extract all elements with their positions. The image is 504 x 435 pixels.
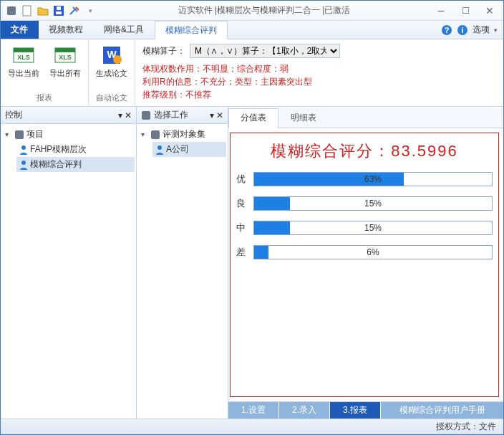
config-warning-3: 推荐级别：不推荐: [142, 88, 496, 101]
close-button[interactable]: ✕: [480, 4, 499, 18]
options-button[interactable]: 选项: [472, 24, 490, 36]
tab-file[interactable]: 文件: [1, 21, 39, 39]
info-icon[interactable]: i: [457, 24, 468, 36]
result-panel: 分值表 明细表 模糊综合评分：83.5996 优63%良15%中15%差6% 1…: [228, 107, 503, 419]
bar-row: 差6%: [236, 245, 493, 259]
ribbon-config: 模糊算子： M（∧，∨）算子：【1取小，2取大】 体现权数作用：不明显；综合程度…: [135, 39, 503, 106]
svg-rect-1: [23, 6, 31, 16]
panel-close-icon[interactable]: ▾ ✕: [118, 110, 132, 120]
status-bar: 授权方式：文件: [1, 419, 503, 434]
tab-score[interactable]: 分值表: [228, 108, 278, 128]
twisty-icon[interactable]: ▾: [5, 130, 12, 138]
btab-report[interactable]: 3.报表: [330, 402, 381, 419]
save-icon[interactable]: [52, 4, 65, 17]
bar-row: 良15%: [236, 196, 493, 211]
tab-network[interactable]: 网络&工具: [94, 21, 155, 39]
maximize-button[interactable]: ☐: [456, 4, 475, 18]
btab-settings[interactable]: 1.设置: [228, 402, 279, 419]
quick-launch: ▾: [5, 4, 97, 17]
tabs-right: ? i 选项 ▾: [441, 21, 503, 39]
tab-fuzzy[interactable]: 模糊综合评判: [155, 21, 228, 39]
xls-icon: XLS: [11, 42, 37, 68]
bottom-tabs: 1.设置 2.录入 3.报表 模糊综合评判用户手册: [228, 401, 503, 419]
ribbon-group-label: 报表: [37, 91, 52, 105]
select-work-panel: 选择工作 ▾ ✕ ▾ 评测对象集 A公司: [137, 107, 228, 419]
tree-root[interactable]: ▾ 项目: [2, 127, 135, 142]
bar-percent: 15%: [254, 197, 492, 210]
panel-close-icon[interactable]: ▾ ✕: [210, 110, 223, 120]
score-box: 模糊综合评分：83.5996 优63%良15%中15%差6%: [230, 133, 499, 397]
operator-select[interactable]: M（∧，∨）算子：【1取小，2取大】: [190, 44, 340, 58]
svg-text:XLS: XLS: [17, 54, 30, 61]
panel-title: 控制: [5, 109, 22, 121]
person-icon: [19, 145, 28, 155]
bar-percent: 15%: [254, 221, 492, 234]
svg-rect-13: [55, 48, 75, 52]
tree-item-fahp[interactable]: FAHP模糊层次: [16, 142, 135, 157]
bar-row: 优63%: [236, 172, 493, 186]
ribbon-group-paper: W 生成论文 自动论文: [89, 39, 135, 106]
bar: 63%: [253, 172, 493, 186]
open-icon[interactable]: [37, 4, 49, 17]
bar-percent: 63%: [254, 173, 492, 186]
ql-sep: ▾: [84, 4, 97, 17]
score-title: 模糊综合评分：83.5996: [236, 140, 493, 162]
svg-text:XLS: XLS: [59, 54, 72, 61]
options-arrow-icon: ▾: [494, 27, 498, 34]
btab-manual[interactable]: 模糊综合评判用户手册: [381, 402, 503, 419]
tab-video[interactable]: 视频教程: [39, 21, 94, 39]
ribbon: XLS 导出当前 XLS 导出所有 报表 W 生成论文 自动论文 模糊算子： M…: [1, 39, 503, 107]
svg-point-17: [113, 55, 122, 64]
tab-detail[interactable]: 明细表: [278, 108, 329, 128]
twisty-icon[interactable]: ▾: [141, 130, 148, 138]
bar: 15%: [253, 221, 493, 235]
svg-rect-22: [151, 130, 160, 139]
bar-label: 差: [236, 246, 253, 259]
ribbon-tabs: 文件 视频教程 网络&工具 模糊综合评判 ? i 选项 ▾: [1, 21, 503, 39]
bar-percent: 6%: [254, 246, 492, 259]
svg-rect-3: [56, 11, 62, 14]
window-title: 迈实软件 |模糊层次与模糊评判二合一 |已激活: [97, 4, 432, 16]
title-bar: ▾ 迈实软件 |模糊层次与模糊评判二合一 |已激活 – ☐ ✕: [1, 1, 503, 21]
generate-paper-button[interactable]: W 生成论文: [93, 42, 130, 91]
body: 控制 ▾ ✕ ▾ 项目 FAHP模糊层次 模糊综合评判: [1, 107, 503, 419]
operator-label: 模糊算子：: [142, 45, 185, 57]
help-icon[interactable]: ?: [441, 24, 452, 36]
person-icon: [19, 160, 28, 170]
svg-point-20: [21, 161, 26, 165]
bar-row: 中15%: [236, 221, 493, 235]
minimize-button[interactable]: –: [432, 4, 450, 18]
svg-rect-0: [7, 6, 16, 15]
work-tree: ▾ 评测对象集 A公司: [137, 124, 228, 419]
panel-title: 选择工作: [154, 109, 188, 121]
svg-rect-10: [14, 48, 34, 52]
word-icon: W: [99, 42, 125, 68]
bar-label: 良: [236, 197, 253, 210]
tree-item-fuzzy[interactable]: 模糊综合评判: [16, 157, 135, 172]
tree-root[interactable]: ▾ 评测对象集: [138, 127, 226, 142]
result-tabs: 分值表 明细表: [228, 108, 503, 128]
cube-icon: [150, 130, 160, 140]
bar-label: 中: [236, 221, 253, 234]
window-controls: – ☐ ✕: [432, 4, 499, 18]
tools-icon[interactable]: [68, 4, 81, 17]
btab-input[interactable]: 2.录入: [279, 402, 330, 419]
status-text: 授权方式：文件: [436, 421, 496, 433]
svg-rect-4: [57, 6, 61, 10]
new-icon[interactable]: [21, 4, 34, 17]
export-current-button[interactable]: XLS 导出当前: [5, 42, 42, 91]
control-panel: 控制 ▾ ✕ ▾ 项目 FAHP模糊层次 模糊综合评判: [1, 107, 137, 419]
svg-text:?: ?: [445, 26, 450, 34]
bar: 6%: [253, 245, 493, 259]
svg-rect-21: [142, 111, 150, 120]
panel-header: 控制 ▾ ✕: [1, 107, 136, 124]
cube-icon: [141, 110, 151, 120]
app-icon: [5, 4, 18, 17]
config-warning-2: 利用R的信息：不充分；类型：主因素突出型: [142, 75, 496, 88]
svg-point-19: [21, 145, 26, 150]
ribbon-group-report: XLS 导出当前 XLS 导出所有 报表: [1, 39, 89, 106]
tree-item-company[interactable]: A公司: [152, 142, 226, 157]
export-all-button[interactable]: XLS 导出所有: [47, 42, 84, 91]
bar: 15%: [253, 196, 493, 211]
svg-point-23: [158, 145, 162, 150]
